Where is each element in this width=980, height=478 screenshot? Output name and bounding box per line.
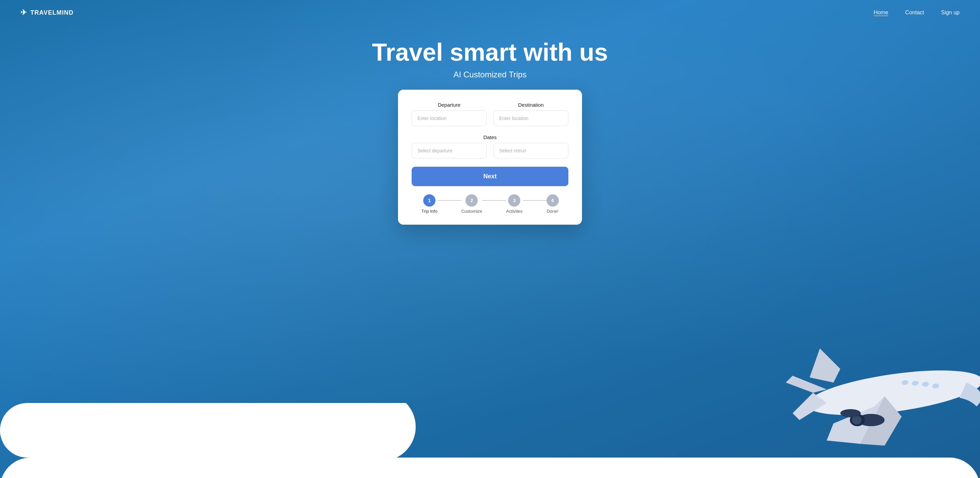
- hero-subtitle: AI Customized Trips: [7, 70, 973, 80]
- nav-signup[interactable]: Sign up: [941, 10, 959, 15]
- step-2-label: Customize: [461, 209, 482, 214]
- location-row: Departure Destination: [412, 102, 568, 126]
- hero-section: Travel smart with us AI Customized Trips…: [0, 25, 980, 231]
- nav-links: Home Contact Sign up: [874, 10, 959, 16]
- step-4: 4 Done!: [547, 194, 559, 214]
- footer-terms[interactable]: Terms and conditions: [447, 465, 492, 471]
- svg-point-8: [840, 409, 861, 417]
- footer-privacy[interactable]: Privacy policy: [504, 465, 534, 471]
- page-wrapper: ✈ TRAVELMIND Home Contact Sign up Travel…: [0, 0, 980, 478]
- svg-point-2: [922, 381, 929, 387]
- dates-row: [412, 143, 568, 159]
- svg-point-4: [901, 380, 909, 386]
- destination-input[interactable]: [493, 110, 568, 126]
- destination-group: Destination: [493, 102, 568, 126]
- airplane-illustration: [765, 314, 980, 457]
- connector-2-3: [482, 200, 506, 201]
- departure-input[interactable]: [412, 110, 487, 126]
- booking-card: Departure Destination Dates Next: [398, 90, 582, 225]
- destination-label: Destination: [493, 102, 568, 108]
- svg-point-6: [850, 414, 865, 426]
- step-2: 2 Customize: [461, 194, 482, 214]
- dates-section: Dates: [412, 134, 568, 159]
- svg-point-7: [852, 416, 861, 424]
- departure-date-input[interactable]: [412, 143, 487, 159]
- brand-name: TRAVELMIND: [30, 9, 73, 16]
- navbar: ✈ TRAVELMIND Home Contact Sign up: [0, 0, 980, 25]
- step-1: 1 Trip Info: [421, 194, 437, 214]
- nav-home[interactable]: Home: [874, 10, 888, 15]
- step-3: 3 Activites: [506, 194, 522, 214]
- stepper: 1 Trip Info 2 Customize 3 Activites: [412, 194, 568, 214]
- return-date-input[interactable]: [493, 143, 568, 159]
- footer: Terms and conditions Privacy policy: [0, 458, 980, 478]
- step-4-circle: 4: [547, 194, 559, 207]
- step-1-circle: 1: [423, 194, 436, 207]
- svg-point-1: [932, 383, 939, 389]
- connector-1-2: [438, 200, 461, 201]
- step-3-label: Activites: [506, 209, 522, 214]
- connector-3-4: [523, 200, 547, 201]
- step-4-label: Done!: [547, 209, 558, 214]
- departure-label: Departure: [412, 102, 487, 108]
- svg-point-5: [858, 414, 885, 426]
- svg-point-0: [805, 362, 980, 424]
- svg-point-3: [912, 381, 919, 386]
- dates-label: Dates: [412, 134, 568, 140]
- next-button[interactable]: Next: [412, 167, 568, 186]
- hero-title: Travel smart with us: [7, 39, 973, 66]
- departure-group: Departure: [412, 102, 487, 126]
- step-2-circle: 2: [466, 194, 478, 207]
- plane-logo-icon: ✈: [21, 8, 27, 17]
- step-1-label: Trip Info: [421, 209, 437, 214]
- step-3-circle: 3: [508, 194, 520, 207]
- nav-contact[interactable]: Contact: [905, 10, 924, 15]
- logo[interactable]: ✈ TRAVELMIND: [21, 8, 73, 17]
